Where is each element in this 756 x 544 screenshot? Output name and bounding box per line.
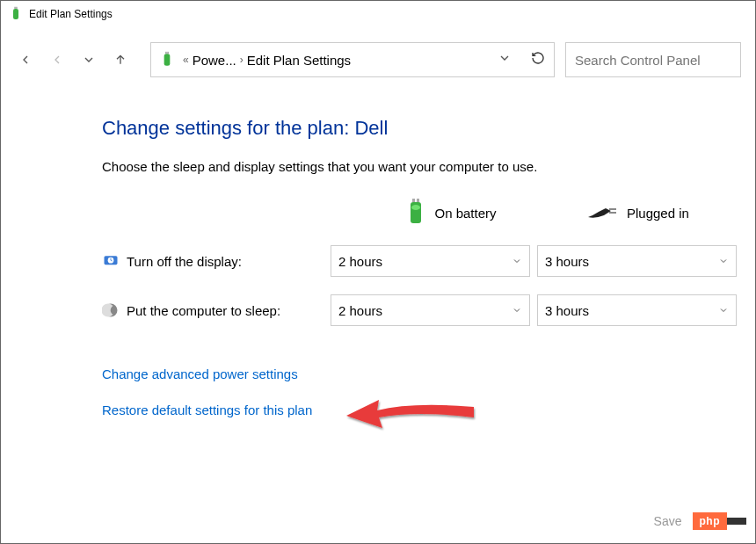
main-content: Change settings for the plan: Dell Choos…	[1, 82, 755, 417]
up-button[interactable]	[106, 46, 134, 74]
dropdown-value: 2 hours	[338, 303, 382, 318]
svg-rect-10	[609, 208, 616, 210]
links-section: Change advanced power settings Restore d…	[102, 366, 755, 417]
php-badge: php	[693, 512, 728, 530]
chevron-down-icon	[718, 305, 729, 316]
search-bar[interactable]	[565, 42, 741, 77]
window-title: Edit Plan Settings	[29, 8, 113, 20]
nav-bar: « Powe... › Edit Plan Settings	[1, 38, 755, 82]
title-bar: Edit Plan Settings	[1, 1, 755, 27]
chevron-down-icon	[512, 256, 522, 266]
breadcrumb-separator: ›	[240, 54, 244, 66]
battery-icon	[406, 199, 425, 228]
recent-dropdown-button[interactable]	[75, 46, 103, 74]
page-title: Change settings for the plan: Dell	[102, 117, 755, 140]
dropdown-value: 2 hours	[338, 254, 382, 269]
svg-rect-4	[165, 52, 166, 54]
chevron-down-icon	[512, 305, 522, 316]
footer: Save php	[643, 508, 746, 534]
dropdown-display-battery[interactable]: 2 hours	[331, 245, 530, 277]
settings-grid: On battery Plugged in Turn off the displ…	[102, 199, 755, 326]
dropdown-sleep-plugged[interactable]: 3 hours	[537, 294, 737, 326]
column-header-battery: On battery	[331, 199, 537, 228]
forward-button[interactable]	[43, 46, 71, 74]
svg-rect-3	[164, 54, 171, 65]
breadcrumb-bar[interactable]: « Powe... › Edit Plan Settings	[150, 42, 555, 77]
row-label-display: Turn off the display:	[102, 252, 331, 270]
plug-icon	[586, 203, 618, 223]
dropdown-sleep-battery[interactable]: 2 hours	[331, 294, 530, 326]
back-button[interactable]	[11, 46, 40, 74]
dropdown-display-plugged[interactable]: 3 hours	[537, 245, 737, 277]
svg-rect-11	[609, 212, 616, 214]
sleep-moon-icon	[102, 301, 120, 319]
breadcrumb-part-edit[interactable]: Edit Plan Settings	[247, 53, 351, 68]
chevron-down-icon	[718, 256, 729, 266]
column-label-plugged: Plugged in	[627, 206, 689, 221]
breadcrumb-part-power[interactable]: Powe...	[193, 53, 236, 68]
row-label-sleep: Put the computer to sleep:	[102, 301, 331, 319]
dropdown-value: 3 hours	[545, 254, 589, 269]
svg-rect-8	[417, 199, 419, 202]
refresh-button[interactable]	[531, 51, 545, 69]
save-button[interactable]: Save	[643, 508, 693, 534]
breadcrumb-ellipsis[interactable]: «	[183, 54, 189, 66]
svg-rect-5	[167, 52, 168, 54]
breadcrumb-dropdown-icon[interactable]	[498, 51, 512, 69]
row-text-display: Turn off the display:	[127, 254, 242, 269]
column-label-battery: On battery	[434, 206, 496, 221]
svg-rect-2	[16, 7, 17, 9]
link-advanced-power-settings[interactable]: Change advanced power settings	[102, 366, 755, 381]
power-options-icon	[8, 6, 24, 22]
row-text-sleep: Put the computer to sleep:	[127, 303, 280, 318]
svg-rect-0	[13, 9, 18, 19]
svg-rect-1	[15, 7, 16, 9]
dropdown-value: 3 hours	[545, 303, 589, 318]
svg-rect-7	[412, 199, 415, 202]
column-header-plugged: Plugged in	[537, 203, 744, 223]
watermark-tail	[727, 518, 746, 525]
display-timer-icon	[102, 252, 120, 270]
svg-point-9	[411, 205, 420, 210]
page-subtext: Choose the sleep and display settings th…	[102, 159, 755, 174]
power-options-icon	[158, 51, 176, 69]
search-input[interactable]	[566, 53, 740, 68]
link-restore-defaults[interactable]: Restore default settings for this plan	[102, 403, 755, 417]
